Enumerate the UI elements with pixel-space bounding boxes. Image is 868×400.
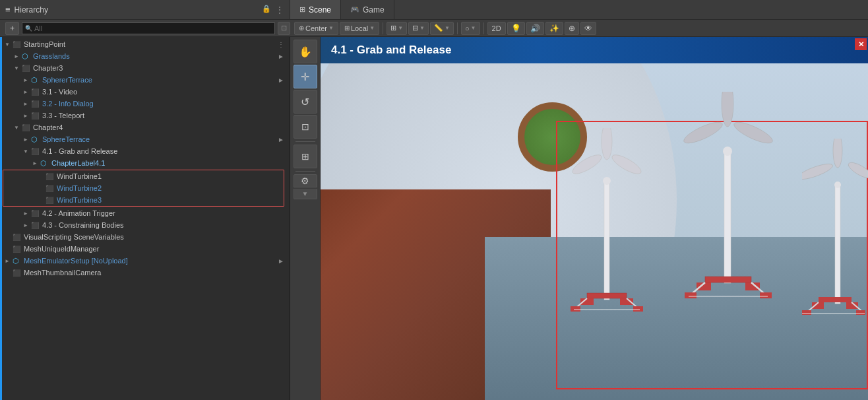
tree-item-startingpoint[interactable]: ▼ ⬛ StartingPoint ⋮: [0, 38, 290, 50]
windturbine2-icon: ⬛: [46, 185, 55, 192]
svg-point-22: [682, 118, 725, 147]
hierarchy-menu-icon[interactable]: ≡: [5, 5, 11, 15]
tree-item-constraining[interactable]: ► ⬛ 4.3 - Constraining Bodies: [0, 219, 290, 231]
2d-button[interactable]: 2D: [487, 22, 506, 35]
sphereterrace1-arrow[interactable]: ►: [23, 77, 31, 83]
audio-button[interactable]: 🔊: [526, 22, 544, 35]
local-button[interactable]: ⊞ Local ▼: [340, 22, 379, 35]
center-button[interactable]: ⊕ Center ▼: [294, 22, 338, 35]
tree-item-infodialog[interactable]: ► ⬛ 3.2 - Info Dialog: [0, 98, 290, 110]
scene-close-button[interactable]: ✕: [855, 38, 867, 50]
hidden-button[interactable]: 👁: [580, 22, 596, 35]
ruler-arrow-icon: ▼: [445, 25, 450, 31]
light-button[interactable]: ○ ▼: [461, 22, 480, 35]
tree-item-grasslands[interactable]: ► ⬡ Grasslands ►: [0, 50, 290, 62]
fx-button[interactable]: ✨: [545, 22, 563, 35]
svg-rect-6: [571, 306, 580, 312]
svg-rect-33: [856, 310, 865, 315]
tree-item-chapter4[interactable]: ▼ ⬛ Chapter4: [0, 121, 290, 133]
svg-point-8: [603, 177, 611, 185]
visualscripting-icon: ⬛: [13, 234, 22, 241]
grid-icon: ⊞: [390, 24, 396, 32]
tree-item-sphereterrace1[interactable]: ► ⬡ SphererTerrace ►: [0, 74, 290, 86]
tree-item-meshunique[interactable]: ⬛ MeshUniqueIdManager: [0, 243, 290, 255]
tree-item-video[interactable]: ► ⬛ 3.1 - Video: [0, 86, 290, 98]
grabrelease-arrow[interactable]: ▼: [23, 149, 31, 154]
tree-item-meshemulator[interactable]: ► ⬡ MeshEmulatorSetup [NoUpload] ►: [0, 255, 290, 267]
tree-item-meshthumbnail[interactable]: ⬛ MeshThumbnailCamera: [0, 267, 290, 279]
tree-item-windturbine1[interactable]: ⬛ WindTurbine1: [3, 170, 284, 182]
tool-rect[interactable]: ⊞: [294, 145, 317, 168]
hierarchy-expand-icon[interactable]: ⊡: [278, 22, 290, 35]
svg-rect-7: [633, 306, 643, 312]
ruler-button[interactable]: 📏 ▼: [430, 22, 454, 35]
tool-transform-top[interactable]: ⚙: [294, 174, 317, 187]
svg-point-34: [834, 182, 841, 188]
svg-point-21: [723, 147, 732, 156]
tab-scene[interactable]: ⊞ Scene: [290, 0, 341, 19]
chapter4-arrow[interactable]: ▼: [14, 125, 22, 131]
light2-button[interactable]: 💡: [507, 22, 525, 35]
tool-move[interactable]: ✛: [294, 65, 317, 88]
tree-item-chapter3[interactable]: ▼ ⬛ Chapter3: [0, 62, 290, 74]
gizmo-button[interactable]: ⊕: [565, 22, 579, 35]
teleport-icon: ⬛: [31, 112, 40, 119]
tool-scale[interactable]: ⊡: [294, 115, 317, 139]
animtrigger-icon: ⬛: [31, 210, 40, 217]
chapter3-arrow[interactable]: ▼: [14, 65, 22, 71]
tree-item-windturbine3[interactable]: ⬛ WindTurbine3: [3, 194, 284, 206]
meshemulator-arrow[interactable]: ►: [5, 258, 13, 264]
tool-rotate[interactable]: ↺: [294, 90, 317, 114]
sphereterrace1-icon: ⬡: [31, 76, 40, 84]
svg-rect-32: [802, 310, 811, 315]
rect-button[interactable]: ⊟ ▼: [408, 22, 429, 35]
svg-rect-1: [587, 293, 627, 298]
svg-point-35: [802, 161, 834, 182]
sphereterrace2-arrow[interactable]: ►: [23, 137, 31, 143]
grid-arrow-icon: ▼: [398, 25, 403, 31]
video-arrow[interactable]: ►: [23, 89, 31, 95]
constraining-arrow[interactable]: ►: [23, 222, 31, 228]
audio-icon: 🔊: [530, 24, 540, 33]
infodialog-icon: ⬛: [31, 100, 40, 108]
wind-turbine-2: [682, 92, 774, 303]
svg-rect-27: [819, 297, 852, 302]
infodialog-arrow[interactable]: ►: [23, 101, 31, 107]
local-label: Local: [351, 24, 368, 32]
hidden-icon: 👁: [584, 24, 592, 33]
meshthumbnail-label: MeshThumbnailCamera: [24, 269, 101, 277]
svg-point-23: [731, 118, 774, 147]
animtrigger-arrow[interactable]: ►: [23, 211, 31, 217]
chapter3-icon: ⬛: [22, 65, 31, 72]
local-arrow-icon: ▼: [369, 25, 375, 31]
hierarchy-lock-icon[interactable]: 🔒: [262, 5, 271, 15]
grasslands-arrow[interactable]: ►: [14, 53, 22, 59]
hierarchy-more-icon[interactable]: ⋮: [275, 5, 284, 15]
svg-rect-26: [835, 185, 840, 304]
startingpoint-arrow[interactable]: ▼: [5, 42, 13, 48]
tree-item-visualscripting[interactable]: ⬛ VisualScripting SceneVariables: [0, 231, 290, 243]
tree-item-teleport[interactable]: ► ⬛ 3.3 - Teleport: [0, 110, 290, 121]
chapterlabel-arrow[interactable]: ►: [32, 160, 40, 166]
sphereterrace2-label: SphereTerrace: [42, 135, 90, 143]
grid-snap-button[interactable]: ⊞ ▼: [387, 22, 407, 35]
fx-icon: ✨: [549, 24, 559, 33]
hierarchy-title: Hierarchy: [15, 5, 48, 15]
teleport-label: 3.3 - Teleport: [42, 112, 84, 119]
tree-item-animtrigger[interactable]: ► ⬛ 4.2 - Animation Trigger: [0, 207, 290, 219]
sun-icon: 💡: [511, 24, 521, 33]
windturbine3-label: WindTurbine3: [57, 196, 102, 204]
tree-item-grabrelease[interactable]: ▼ ⬛ 4.1 - Grab and Release: [0, 145, 290, 157]
game-tab-icon: 🎮: [350, 5, 359, 14]
search-bar[interactable]: 🔍 All: [22, 22, 275, 34]
tree-item-sphereterrace2[interactable]: ► ⬡ SphereTerrace ►: [0, 133, 290, 145]
scene-banner-text: 4.1 - Grab and Release: [331, 44, 451, 57]
svg-point-37: [833, 139, 842, 168]
tree-item-windturbine2[interactable]: ⬛ WindTurbine2: [3, 182, 284, 194]
tree-item-chapterlabel[interactable]: ► ⬡ ChapterLabel4.1: [0, 157, 290, 169]
tool-transform-bottom[interactable]: ▼: [294, 189, 317, 199]
tab-game[interactable]: 🎮 Game: [341, 0, 394, 19]
add-button[interactable]: +: [5, 22, 19, 35]
teleport-arrow[interactable]: ►: [23, 113, 31, 119]
tool-hand[interactable]: ✋: [294, 40, 317, 63]
